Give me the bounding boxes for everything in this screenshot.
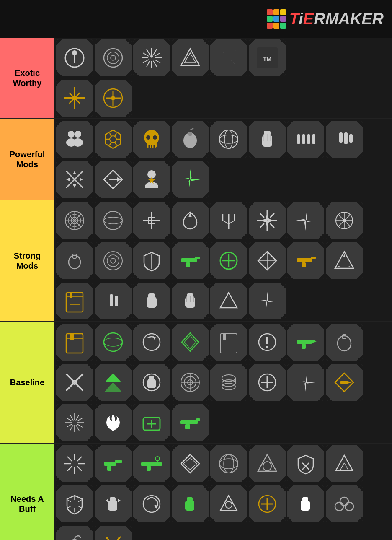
mod-bubble[interactable] [95, 39, 132, 76]
mod-hex-gear[interactable] [95, 121, 132, 158]
mod-cross-arrows[interactable] [56, 161, 93, 198]
mod-grenade-outline[interactable] [326, 324, 363, 361]
mod-sphere2[interactable] [95, 202, 132, 239]
mod-triangle2[interactable] [210, 283, 247, 319]
mod-4star-green[interactable] [172, 161, 209, 198]
svg-marker-228 [297, 381, 306, 382]
mod-green-pistol[interactable] [95, 445, 132, 482]
mod-three-circles[interactable] [326, 485, 363, 522]
mod-fist2[interactable] [133, 283, 170, 319]
mod-trident[interactable] [210, 202, 247, 239]
mod-fist-white[interactable] [287, 485, 324, 522]
mod-fist3[interactable] [172, 283, 209, 319]
mod-triangle-aim[interactable] [210, 485, 247, 522]
mod-triangle3[interactable] [326, 445, 363, 482]
mod-triangle-arrows[interactable] [326, 242, 363, 279]
mod-grenade2[interactable] [56, 242, 93, 279]
mod-diamond-cross[interactable] [249, 242, 286, 279]
mod-people[interactable] [56, 121, 93, 158]
mod-exclaim[interactable] [249, 324, 286, 361]
mod-green-gun3[interactable] [172, 404, 209, 441]
mod-circle-refresh[interactable] [133, 485, 170, 522]
svg-line-117 [229, 221, 235, 224]
mod-shield-rect[interactable] [133, 242, 170, 279]
mod-golden-skull[interactable] [133, 121, 170, 158]
mod-coins[interactable] [210, 364, 247, 401]
mod-grenade[interactable] [172, 121, 209, 158]
mod-tiermaker-logo[interactable]: TM [249, 39, 286, 76]
mod-yellow-gun[interactable] [287, 242, 324, 279]
mod-green-gun1[interactable] [172, 242, 209, 279]
mod-grenade-hook[interactable] [56, 526, 93, 540]
svg-rect-75 [302, 134, 305, 144]
mod-starburst[interactable] [133, 39, 170, 76]
tier-row-baseline-1 [54, 362, 392, 402]
svg-rect-80 [349, 134, 353, 143]
mod-arrow-green[interactable] [95, 364, 132, 401]
svg-marker-93 [190, 179, 200, 181]
mod-diamond-arrow[interactable] [95, 161, 132, 198]
mod-plus-cross[interactable] [95, 80, 132, 117]
mod-bullets2[interactable] [95, 283, 132, 319]
mod-sphere3[interactable] [95, 242, 132, 279]
mod-grenade-green[interactable] [172, 324, 209, 361]
mod-fist-up[interactable] [249, 121, 286, 158]
mod-target-circle[interactable] [172, 364, 209, 401]
mod-cross-plus[interactable] [133, 202, 170, 239]
mod-circle-arrow[interactable] [133, 324, 170, 361]
svg-rect-250 [196, 418, 200, 421]
svg-point-49 [110, 136, 116, 143]
mod-golden-star[interactable] [56, 80, 93, 117]
mod-person-star[interactable] [133, 161, 170, 198]
tier-row-strong-mods-2 [54, 281, 392, 321]
svg-line-125 [270, 213, 274, 218]
svg-marker-131 [306, 221, 316, 222]
mod-bullets[interactable] [326, 121, 363, 158]
mod-flame[interactable] [95, 404, 132, 441]
svg-rect-230 [340, 381, 348, 384]
svg-rect-159 [297, 258, 312, 262]
mod-book2[interactable] [56, 324, 93, 361]
mod-green-sniper[interactable] [133, 445, 170, 482]
mod-cross-xx[interactable] [56, 364, 93, 401]
mod-star-burst2[interactable] [249, 202, 286, 239]
mod-triangle-grenade[interactable] [249, 445, 286, 482]
mod-fist-circle[interactable] [133, 364, 170, 401]
mod-web-circle[interactable] [56, 202, 93, 239]
mod-sphere4[interactable] [210, 445, 247, 482]
mod-radial[interactable] [326, 202, 363, 239]
mod-sphere-green[interactable] [95, 324, 132, 361]
tier-label-baseline: Baseline [0, 322, 54, 443]
svg-rect-76 [307, 134, 310, 144]
mod-plus-gold[interactable] [249, 485, 286, 522]
mod-plus-circle[interactable] [249, 364, 286, 401]
svg-marker-133 [296, 219, 306, 221]
mod-book[interactable] [56, 283, 93, 319]
mod-teardrop[interactable] [172, 202, 209, 239]
svg-marker-95 [180, 178, 190, 179]
svg-rect-298 [302, 497, 308, 501]
mod-grid-bullets[interactable] [287, 121, 324, 158]
mod-crossed-swords[interactable] [95, 526, 132, 540]
mod-ward-of-dawn[interactable] [56, 39, 93, 76]
mod-starburst3[interactable] [56, 445, 93, 482]
mod-sphere-white[interactable] [210, 121, 247, 158]
mod-4star2[interactable] [287, 202, 324, 239]
mod-pyramid[interactable] [172, 39, 209, 76]
mod-fist-arrows[interactable] [95, 485, 132, 522]
mod-medkit-green[interactable] [133, 404, 170, 441]
mod-exotic-star[interactable] [210, 39, 247, 76]
mod-radial2[interactable] [56, 404, 93, 441]
mod-diamond-gun[interactable] [326, 364, 363, 401]
mod-4star3[interactable] [249, 283, 286, 319]
mod-shield-rays[interactable] [56, 485, 93, 522]
mod-diamond2[interactable] [172, 445, 209, 482]
mod-fist-green[interactable] [172, 485, 209, 522]
mod-shield-cross[interactable] [287, 445, 324, 482]
svg-line-282 [67, 506, 71, 508]
mod-circle-cross[interactable] [210, 242, 247, 279]
mod-book3[interactable] [210, 324, 247, 361]
mod-green-gun2[interactable] [287, 324, 324, 361]
mod-4star4[interactable] [287, 364, 324, 401]
svg-marker-180 [220, 293, 237, 308]
